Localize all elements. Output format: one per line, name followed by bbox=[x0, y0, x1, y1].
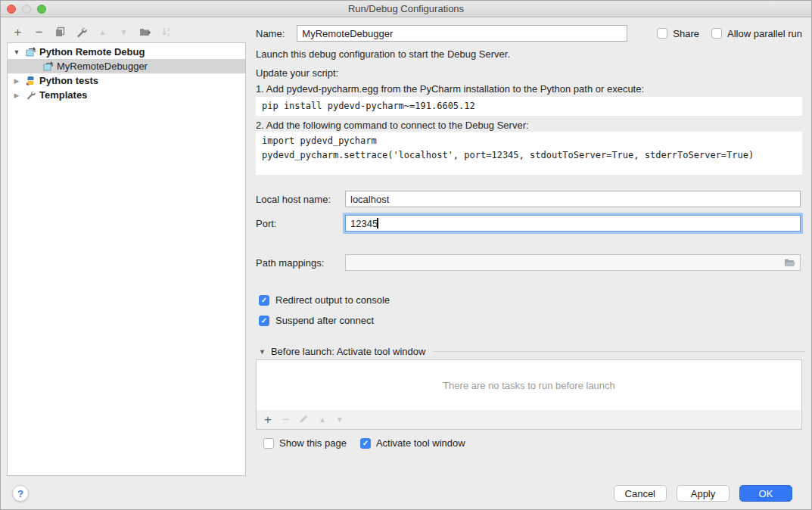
svg-text:a: a bbox=[167, 26, 170, 32]
checkbox-box[interactable]: ✓ bbox=[259, 316, 269, 326]
share-checkbox[interactable]: Share bbox=[657, 28, 699, 39]
port-input[interactable] bbox=[345, 215, 801, 232]
edit-pencil-icon bbox=[299, 414, 309, 426]
suspend-after-connect-checkbox[interactable]: ✓ Suspend after connect bbox=[259, 315, 374, 326]
configuration-editor: Name: Share Allow parallel run Launch th… bbox=[256, 1, 802, 479]
move-up-icon: ▲ bbox=[96, 26, 109, 39]
copy-configuration-icon[interactable] bbox=[54, 26, 67, 39]
show-this-page-checkbox[interactable]: Show this page bbox=[263, 437, 347, 449]
tree-item-label: MyRemoteDebugger bbox=[57, 61, 148, 72]
new-folder-icon[interactable] bbox=[138, 26, 151, 39]
allow-parallel-run-label: Allow parallel run bbox=[727, 28, 802, 39]
checkbox-box[interactable] bbox=[657, 28, 667, 39]
dialog-buttons: Cancel Apply OK bbox=[614, 485, 792, 502]
local-host-label: Local host name: bbox=[256, 194, 345, 205]
help-button[interactable]: ? bbox=[12, 485, 29, 502]
redirect-output-label: Redirect output to console bbox=[275, 294, 390, 306]
help-line-1: Launch this debug configuration to start… bbox=[256, 48, 510, 60]
section-rule bbox=[433, 351, 805, 352]
tree-item-python-remote-debug[interactable]: ▼ Python Remote Debug bbox=[8, 45, 245, 59]
configurations-tree: ▼ Python Remote Debug MyRemoteDebugger ▶… bbox=[7, 42, 246, 476]
remote-debug-config-icon bbox=[43, 61, 54, 71]
cancel-button[interactable]: Cancel bbox=[614, 485, 667, 502]
collapse-arrow-icon[interactable]: ▼ bbox=[12, 48, 21, 56]
path-mappings-field bbox=[345, 254, 801, 271]
path-mappings-input[interactable] bbox=[346, 255, 800, 270]
path-mappings-row: Path mappings: bbox=[256, 254, 801, 271]
remove-task-icon: − bbox=[282, 414, 289, 425]
move-task-up-icon: ▲ bbox=[319, 415, 326, 424]
help-line-2: Update your script: bbox=[256, 67, 338, 79]
configurations-toolbar: + − ▲ ▼ az bbox=[11, 24, 173, 39]
checkbox-box[interactable] bbox=[711, 28, 722, 39]
tree-item-label: Python tests bbox=[39, 75, 98, 86]
checkbox-box[interactable]: ✓ bbox=[360, 438, 371, 449]
sort-alphabetically-icon: az bbox=[160, 26, 173, 39]
activate-tool-window-checkbox[interactable]: ✓ Activate tool window bbox=[360, 437, 465, 449]
move-down-icon: ▼ bbox=[117, 26, 130, 39]
page-options-row: Show this page ✓ Activate tool window bbox=[263, 437, 465, 449]
edit-templates-wrench-icon[interactable] bbox=[75, 26, 88, 39]
add-configuration-icon[interactable]: + bbox=[11, 26, 24, 39]
run-debug-configurations-dialog: Run/Debug Configurations + − ▲ ▼ az ▼ Py… bbox=[0, 0, 812, 510]
collapse-arrow-icon[interactable]: ▼ bbox=[259, 348, 266, 356]
allow-parallel-run-checkbox[interactable]: Allow parallel run bbox=[711, 28, 802, 39]
local-host-input[interactable] bbox=[345, 191, 801, 207]
port-field-wrapper bbox=[345, 215, 801, 232]
checkbox-box[interactable]: ✓ bbox=[259, 295, 269, 306]
svg-text:z: z bbox=[167, 32, 170, 37]
tree-item-python-tests[interactable]: ▶ Python tests bbox=[8, 73, 245, 88]
suspend-after-connect-label: Suspend after connect bbox=[275, 315, 374, 326]
before-launch-section-header[interactable]: ▼ Before launch: Activate tool window bbox=[259, 346, 805, 357]
tree-item-myremotedebugger[interactable]: MyRemoteDebugger bbox=[8, 59, 245, 73]
code-line: import pydevd_pycharm bbox=[262, 134, 796, 148]
port-row: Port: bbox=[256, 215, 801, 232]
remove-configuration-icon[interactable]: − bbox=[33, 26, 45, 39]
tree-item-label: Python Remote Debug bbox=[39, 46, 145, 58]
local-host-row: Local host name: bbox=[256, 191, 801, 207]
activate-tool-window-label: Activate tool window bbox=[376, 437, 465, 449]
tree-item-label: Templates bbox=[39, 89, 87, 101]
ok-button[interactable]: OK bbox=[739, 485, 792, 502]
expand-arrow-icon[interactable]: ▶ bbox=[12, 77, 21, 85]
python-icon bbox=[26, 76, 36, 86]
share-label: Share bbox=[673, 28, 699, 39]
help-step-2: 2. Add the following command to connect … bbox=[256, 120, 529, 131]
move-task-down-icon: ▼ bbox=[336, 415, 344, 424]
name-label: Name: bbox=[256, 28, 285, 39]
browse-folder-icon[interactable] bbox=[784, 257, 796, 270]
port-label: Port: bbox=[256, 218, 345, 229]
add-task-icon[interactable]: + bbox=[264, 414, 272, 425]
name-input[interactable] bbox=[297, 25, 627, 42]
wrench-icon bbox=[26, 90, 36, 100]
redirect-output-checkbox[interactable]: ✓ Redirect output to console bbox=[259, 294, 390, 306]
text-caret bbox=[377, 218, 378, 229]
name-row: Name: Share Allow parallel run bbox=[256, 25, 802, 42]
settrace-code-snippet: import pydevd_pycharm pydevd_pycharm.set… bbox=[256, 132, 802, 175]
before-launch-task-list[interactable]: There are no tasks to run before launch bbox=[256, 359, 802, 411]
expand-arrow-icon[interactable]: ▶ bbox=[12, 92, 21, 99]
checkbox-box[interactable] bbox=[263, 438, 274, 449]
tree-item-templates[interactable]: ▶ Templates bbox=[8, 88, 245, 102]
before-launch-title: Before launch: Activate tool window bbox=[271, 346, 426, 357]
apply-button[interactable]: Apply bbox=[677, 485, 730, 502]
path-mappings-label: Path mappings: bbox=[256, 257, 345, 269]
remote-debug-config-icon bbox=[26, 47, 36, 57]
show-this-page-label: Show this page bbox=[279, 437, 347, 449]
empty-task-list-text: There are no tasks to run before launch bbox=[443, 380, 615, 391]
help-step-1: 1. Add pydevd-pycharm.egg from the PyCha… bbox=[256, 83, 644, 95]
task-list-toolbar: + − ▲ ▼ bbox=[256, 410, 802, 430]
pip-install-code-snippet: pip install pydevd-pycharm~=191.6605.12 bbox=[256, 97, 802, 116]
code-line: pydevd_pycharm.settrace('localhost', por… bbox=[262, 148, 796, 163]
